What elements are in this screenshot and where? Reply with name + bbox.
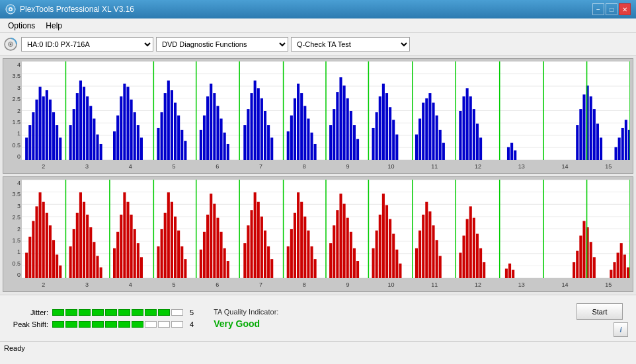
menu-bar: Options Help — [0, 18, 636, 33]
svg-rect-28 — [73, 109, 75, 160]
svg-rect-242 — [395, 250, 398, 278]
jitter-seg-2 — [65, 309, 77, 316]
svg-rect-193 — [184, 259, 186, 278]
minimize-button[interactable]: − — [592, 3, 604, 15]
svg-rect-182 — [137, 243, 139, 278]
svg-rect-256 — [466, 219, 469, 278]
svg-rect-55 — [184, 141, 186, 160]
svg-rect-44 — [137, 125, 139, 160]
app-icon — [5, 4, 16, 15]
svg-rect-161 — [56, 254, 58, 278]
svg-rect-199 — [213, 204, 216, 278]
svg-rect-257 — [469, 206, 472, 278]
svg-rect-267 — [573, 262, 575, 278]
jitter-seg-8 — [145, 309, 157, 316]
charts-area: 4 3.5 3 2.5 2 1.5 1 0.5 0 — [0, 55, 636, 295]
peakshift-meter — [52, 321, 183, 328]
svg-rect-280 — [627, 268, 629, 278]
test-select[interactable]: Q-Check TA Test — [291, 37, 410, 52]
ps-seg-7 — [132, 321, 143, 328]
svg-rect-64 — [223, 133, 226, 160]
svg-rect-126 — [514, 151, 516, 160]
svg-rect-211 — [264, 231, 266, 278]
svg-rect-251 — [436, 240, 438, 278]
svg-rect-80 — [297, 84, 299, 160]
svg-rect-107 — [418, 119, 421, 160]
device-select[interactable]: HA:0 ID:0 PX-716A — [21, 37, 153, 52]
svg-rect-35 — [96, 135, 99, 160]
svg-rect-90 — [339, 77, 342, 160]
status-text: Ready — [4, 344, 25, 352]
svg-rect-165 — [73, 229, 75, 278]
svg-rect-51 — [171, 90, 173, 160]
svg-rect-240 — [389, 219, 391, 278]
svg-rect-74 — [267, 125, 270, 160]
svg-rect-218 — [297, 192, 299, 278]
svg-rect-88 — [333, 109, 335, 160]
svg-rect-43 — [134, 112, 136, 160]
svg-rect-111 — [432, 102, 434, 160]
svg-rect-20 — [42, 96, 45, 160]
svg-rect-110 — [428, 93, 431, 160]
svg-rect-192 — [180, 246, 183, 278]
svg-rect-177 — [120, 215, 122, 278]
svg-rect-140 — [625, 120, 627, 160]
toolbar: HA:0 ID:0 PX-716A DVD Diagnostic Functio… — [0, 33, 636, 55]
svg-rect-112 — [436, 116, 438, 160]
svg-rect-172 — [96, 256, 99, 278]
svg-rect-221 — [307, 231, 309, 278]
svg-rect-237 — [379, 215, 381, 278]
svg-rect-249 — [428, 211, 431, 278]
svg-rect-67 — [243, 125, 246, 160]
svg-rect-68 — [247, 109, 249, 160]
svg-rect-31 — [83, 87, 85, 160]
svg-rect-206 — [247, 225, 249, 278]
device-icon — [3, 36, 19, 52]
jitter-seg-4 — [92, 309, 104, 316]
svg-rect-134 — [596, 124, 599, 160]
close-button[interactable]: ✕ — [619, 3, 631, 15]
svg-rect-272 — [590, 242, 592, 278]
svg-rect-75 — [270, 137, 273, 160]
svg-rect-38 — [116, 116, 119, 160]
jitter-seg-10 — [171, 309, 183, 316]
svg-rect-248 — [425, 202, 428, 278]
svg-rect-85 — [314, 144, 317, 160]
menu-help[interactable]: Help — [40, 20, 67, 32]
svg-rect-129 — [579, 109, 582, 160]
maximize-button[interactable]: □ — [606, 3, 617, 15]
svg-rect-57 — [200, 130, 202, 160]
svg-rect-183 — [140, 257, 143, 278]
svg-rect-91 — [343, 86, 346, 160]
svg-rect-41 — [126, 87, 129, 160]
svg-rect-228 — [339, 194, 342, 278]
svg-rect-252 — [439, 256, 442, 278]
info-button[interactable]: i — [614, 322, 628, 337]
app-title: PlexTools Professional XL V3.16 — [20, 5, 134, 14]
svg-rect-40 — [123, 84, 126, 160]
svg-rect-87 — [329, 125, 332, 160]
svg-rect-154 — [32, 221, 34, 278]
jitter-seg-3 — [79, 309, 91, 316]
top-chart-x-axis: 2 3 4 5 6 7 8 9 10 11 12 13 14 15 — [22, 160, 630, 173]
svg-rect-254 — [459, 253, 461, 278]
jitter-label: Jitter: — [5, 309, 48, 316]
svg-rect-25 — [59, 137, 61, 160]
ps-seg-5 — [105, 321, 117, 328]
svg-rect-279 — [623, 254, 626, 278]
svg-rect-52 — [174, 102, 177, 160]
ps-seg-9 — [158, 321, 170, 328]
svg-rect-53 — [177, 116, 180, 160]
start-button[interactable]: Start — [576, 303, 623, 320]
svg-rect-109 — [425, 98, 428, 160]
function-select[interactable]: DVD Diagnostic Functions — [156, 37, 288, 52]
svg-rect-130 — [582, 94, 585, 160]
svg-point-5 — [10, 43, 11, 44]
svg-rect-36 — [100, 144, 102, 160]
svg-rect-19 — [39, 87, 42, 160]
svg-rect-268 — [576, 251, 578, 278]
svg-rect-239 — [385, 205, 388, 278]
menu-options[interactable]: Options — [3, 20, 40, 32]
svg-rect-168 — [83, 202, 85, 278]
svg-rect-197 — [206, 215, 209, 278]
